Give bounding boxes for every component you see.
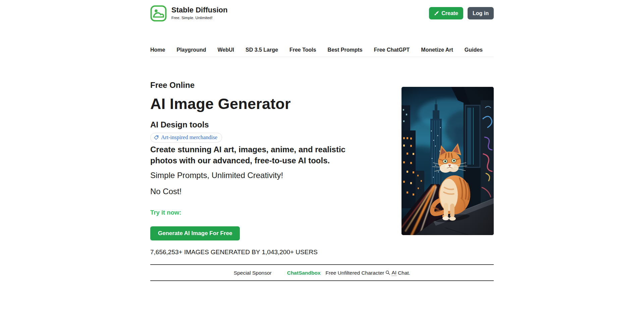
merchandise-badge[interactable]: Art-inspired merchandise [150,133,222,143]
hero-tagline-creativity: Simple Prompts, Unlimited Creativity! [150,171,388,180]
nav-item-free-chatgpt[interactable]: Free ChatGPT [374,47,410,53]
sponsor-label: Special Sponsor [234,270,272,276]
generate-image-button[interactable]: Generate AI Image For Free [150,226,240,240]
nav-item-sd-35-large[interactable]: SD 3.5 Large [246,47,278,53]
login-button[interactable]: Log in [468,7,494,19]
nav-item-home[interactable]: Home [150,47,165,53]
cat-city-illustration [401,87,494,235]
sponsor-text-before: Free Unfiltered Character [326,270,384,276]
nav-item-playground[interactable]: Playground [176,47,206,53]
nav-item-monetize-art[interactable]: Monetize Art [421,47,453,53]
merchandise-badge-label: Art-inspired merchandise [161,134,217,141]
brand-home-link[interactable]: Stable Diffusion Free. Simple. Unlimited… [150,5,227,22]
page-container: Stable Diffusion Free. Simple. Unlimited… [150,0,494,281]
page-title: AI Image Generator [150,96,388,112]
hero-subtitle: AI Design tools [150,120,388,129]
header-actions: Create Log in [429,5,494,19]
login-button-label: Log in [473,10,489,16]
sponsor-text-abbr: AI [391,269,396,276]
generate-image-button-label: Generate AI Image For Free [158,230,232,237]
sponsor-text-after: Chat. [398,270,410,276]
main-nav: Home Playground WebUI SD 3.5 Large Free … [150,47,494,57]
site-tagline: Free. Simple. Unlimited! [171,16,227,20]
hero-section: Free Online AI Image Generator AI Design… [150,81,494,256]
try-it-now-label: Try it now: [150,209,388,216]
hero-tagline-no-cost: No Cost! [150,187,388,196]
paintbrush-icon [434,11,439,16]
sponsor-link-chatsandbox[interactable]: ChatSandbox [287,270,321,276]
generation-stats: 7,656,253+ IMAGES GENERATED BY 1,043,200… [150,248,388,256]
site-title: Stable Diffusion [171,6,227,14]
stable-diffusion-logo-icon [150,5,167,22]
nav-item-free-tools[interactable]: Free Tools [289,47,316,53]
create-button[interactable]: Create [429,7,463,19]
hero-image-cat-on-city-ledge [401,87,494,235]
magnifier-icon [385,270,390,275]
hero-description: Create stunning AI art, images, anime, a… [150,144,388,166]
sponsor-bar: Special Sponsor ChatSandbox Free Unfilte… [150,264,494,281]
site-header: Stable Diffusion Free. Simple. Unlimited… [150,0,494,22]
create-button-label: Create [441,10,458,16]
hero-copy: Free Online AI Image Generator AI Design… [150,81,401,256]
hero-kicker: Free Online [150,81,388,89]
nav-item-guides[interactable]: Guides [465,47,483,53]
hero-description-line1: Create stunning AI art, images, anime, a… [150,144,388,155]
nav-item-best-prompts[interactable]: Best Prompts [328,47,363,53]
sponsor-description-link[interactable]: Free Unfiltered Character AI Chat. [326,269,411,276]
nav-item-webui[interactable]: WebUI [217,47,234,53]
hero-description-line2: photos with our advanced, free-to-use AI… [150,155,388,166]
tag-icon [154,135,159,140]
